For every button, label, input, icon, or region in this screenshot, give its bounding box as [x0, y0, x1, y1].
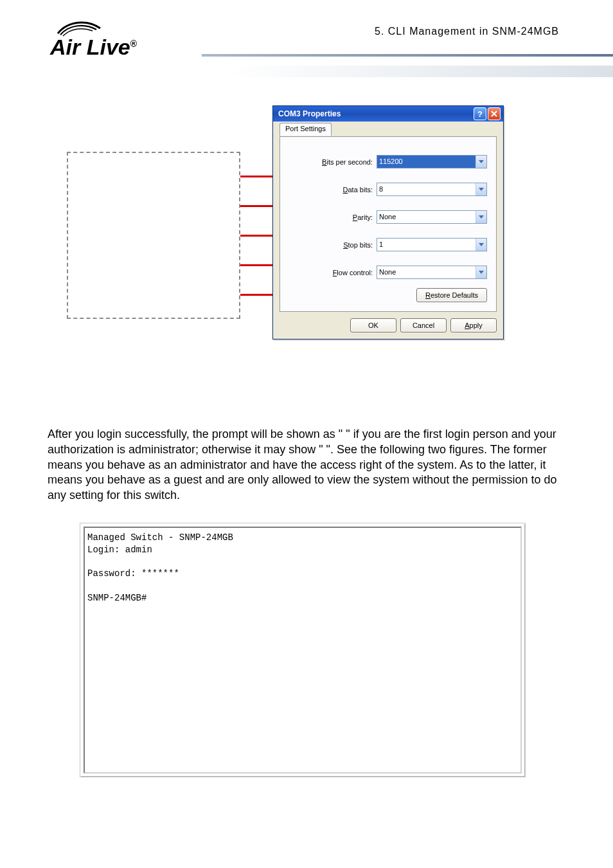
dropdown-button[interactable]	[475, 266, 486, 278]
help-button[interactable]: ?	[474, 107, 486, 120]
brand-logo: Air Live®	[48, 18, 176, 62]
label-stop-bits: Stop bits:	[289, 241, 377, 249]
stop-bits-value: 1	[377, 239, 475, 251]
bits-per-second-value: 115200	[377, 156, 475, 168]
restore-row: Restore Defaults	[289, 288, 487, 302]
chevron-down-icon	[479, 188, 484, 192]
flow-control-combo[interactable]: None	[377, 266, 487, 279]
ok-button[interactable]: OK	[350, 318, 396, 332]
label-parity: Parity:	[289, 213, 377, 221]
terminal-figure: Managed Switch - SNMP-24MGB Login: admin…	[80, 523, 526, 777]
dialog-body: Port Settings Bits per second: 115200	[273, 122, 503, 339]
close-icon	[491, 111, 497, 117]
stop-bits-combo[interactable]: 1	[377, 238, 487, 251]
dialog-footer: OK Cancel Apply	[280, 318, 497, 332]
dialog-titlebar[interactable]: COM3 Properties ?	[273, 106, 503, 122]
terminal-output: Managed Switch - SNMP-24MGB Login: admin…	[84, 527, 522, 773]
apply-button[interactable]: Apply	[450, 318, 497, 332]
cancel-button[interactable]: Cancel	[400, 318, 447, 332]
tab-panel: Bits per second: 115200 Data bits: 8	[280, 136, 497, 312]
chevron-down-icon	[479, 243, 484, 247]
logo-text: Air Live®	[50, 35, 137, 60]
parity-value: None	[377, 211, 475, 223]
chevron-down-icon	[479, 215, 484, 219]
data-bits-combo[interactable]: 8	[377, 183, 487, 196]
restore-defaults-button[interactable]: Restore Defaults	[416, 288, 487, 302]
figure-area: COM3 Properties ? Port Settings Bits per…	[48, 105, 565, 388]
com-properties-dialog: COM3 Properties ? Port Settings Bits per…	[272, 105, 504, 339]
bits-per-second-combo[interactable]: 115200	[377, 155, 487, 168]
dropdown-button[interactable]	[475, 239, 486, 251]
label-flow-control: Flow control:	[289, 269, 377, 276]
tab-port-settings[interactable]: Port Settings	[280, 123, 332, 136]
field-data-bits: Data bits: 8	[289, 183, 487, 196]
dropdown-button[interactable]	[475, 156, 486, 168]
parity-combo[interactable]: None	[377, 210, 487, 224]
data-bits-value: 8	[377, 183, 475, 195]
label-bits-per-second: Bits per second:	[289, 158, 377, 166]
field-bits-per-second: Bits per second: 115200	[289, 155, 487, 168]
chevron-down-icon	[479, 160, 484, 164]
header-section-label: 5. CLI Management in SNM-24MGB	[375, 26, 559, 37]
callout-dashed-box	[67, 152, 240, 319]
dropdown-button[interactable]	[475, 183, 486, 195]
dropdown-button[interactable]	[475, 211, 486, 223]
label-data-bits: Data bits:	[289, 186, 377, 194]
header-divider	[202, 54, 613, 73]
field-flow-control: Flow control: None	[289, 266, 487, 279]
chevron-down-icon	[479, 271, 484, 275]
body-paragraph: After you login successfully, the prompt…	[48, 427, 565, 503]
page: 5. CLI Management in SNM-24MGB Air Live®…	[0, 0, 613, 868]
page-header: 5. CLI Management in SNM-24MGB Air Live®	[48, 18, 565, 69]
close-button[interactable]	[488, 107, 501, 120]
field-stop-bits: Stop bits: 1	[289, 238, 487, 251]
tab-strip: Port Settings	[280, 123, 497, 137]
dialog-title: COM3 Properties	[278, 109, 472, 118]
flow-control-value: None	[377, 266, 475, 278]
field-parity: Parity: None	[289, 210, 487, 224]
